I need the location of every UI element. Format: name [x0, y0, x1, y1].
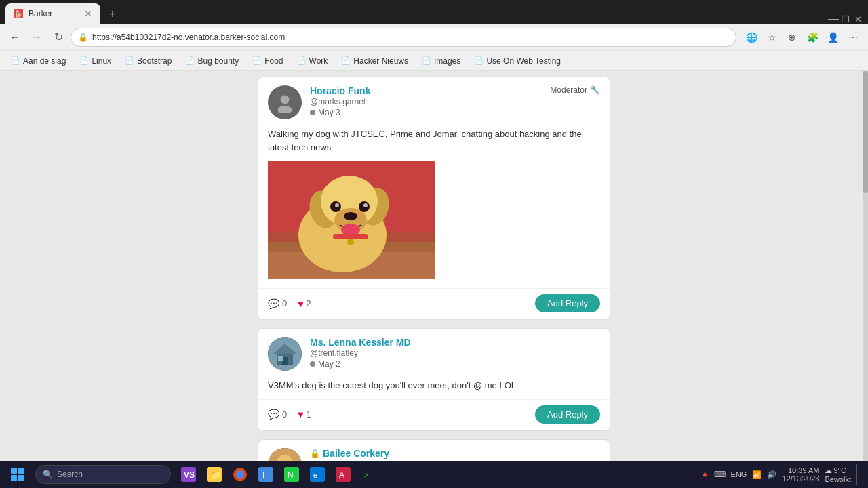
svg-point-32 — [236, 470, 244, 479]
bookmark-icon-4: 📄 — [252, 56, 262, 65]
minimize-button[interactable]: — — [829, 14, 838, 24]
bookmark-bug-bounty[interactable]: 📄 Bug bounty — [180, 54, 244, 68]
taskbar-item-app1[interactable]: T — [254, 462, 278, 487]
bookmark-icon-1: 📄 — [79, 56, 89, 65]
scrollbar-thumb[interactable] — [863, 71, 868, 193]
bookmarks-bar: 📄 Aan de slag 📄 Linux 📄 Bootstrap 📄 Bug … — [0, 51, 868, 71]
collections-button[interactable]: ⊕ — [783, 28, 802, 47]
taskbar: 🔍 Search VS 📁 T N e A >_ 🔺 ⌨ — [0, 461, 868, 488]
refresh-button[interactable]: ↻ — [49, 28, 68, 47]
restore-button[interactable]: ❐ — [841, 14, 850, 24]
svg-point-14 — [335, 203, 339, 207]
like-stat-2: ♥ 1 — [298, 409, 311, 420]
url-display: https://a54b103217d2-no.venator.a.barker… — [92, 33, 729, 42]
extensions-button[interactable]: 🧩 — [803, 28, 822, 47]
bookmark-icon-2: 📄 — [125, 56, 134, 65]
post-footer-1: 💬 0 ♥ 2 Add Reply — [258, 288, 610, 319]
start-button[interactable] — [3, 461, 33, 488]
browser-window: 🐕 Barker ✕ + — ❐ ✕ ← → ↻ 🔒 https://a54b1… — [0, 0, 868, 71]
post-handle-1: @marks.garnet — [310, 97, 550, 106]
post-author-1[interactable]: Horacio Funk — [310, 85, 370, 96]
taskbar-item-app3[interactable]: A — [331, 462, 355, 487]
svg-text:VS: VS — [184, 470, 195, 480]
taskbar-pinned-items: VS 📁 T N e A >_ — [176, 462, 381, 487]
bookmark-linux[interactable]: 📄 Linux — [74, 54, 117, 68]
bookmark-bootstrap[interactable]: 📄 Bootstrap — [119, 54, 177, 68]
avatar-placeholder-1 — [268, 85, 302, 119]
comment-stat-2: 💬 0 — [268, 409, 287, 420]
post-time-1: May 3 — [310, 108, 550, 117]
post-footer-2: 💬 0 ♥ 1 Add Reply — [258, 399, 610, 430]
bookmark-hacker-nieuws[interactable]: 📄 Hacker Nieuws — [336, 54, 414, 68]
avatar-3 — [268, 448, 302, 462]
bookmark-images[interactable]: 📄 Images — [416, 54, 466, 68]
tab-close-button[interactable]: ✕ — [84, 8, 92, 19]
translate-button[interactable]: 🌐 — [742, 28, 761, 47]
svg-rect-22 — [282, 357, 288, 365]
taskbar-item-app2[interactable]: N — [279, 462, 304, 487]
bookmark-icon-0: 📄 — [11, 56, 20, 65]
post-header-1: Horacio Funk @marks.garnet May 3 Moderat… — [258, 77, 610, 125]
post-time-2: May 2 — [310, 359, 600, 369]
like-stat-1: ♥ 2 — [298, 298, 311, 309]
tray-icon-1: 🔺 — [700, 470, 710, 479]
add-reply-button-1[interactable]: Add Reply — [535, 294, 600, 312]
profile-button[interactable]: 👤 — [823, 28, 842, 47]
taskbar-item-terminal[interactable]: >_ — [357, 462, 381, 487]
post-handle-2: @trent.flatley — [310, 348, 600, 358]
post-header-3: 🔒 Bailee Corkery @rene.jones — [258, 440, 610, 462]
weather-area: ☁ 9°C Bewolkt — [825, 466, 851, 483]
active-tab[interactable]: 🐕 Barker ✕ — [5, 3, 100, 24]
taskbar-item-vs[interactable]: VS — [176, 462, 201, 487]
post-author-2[interactable]: Ms. Lenna Kessler MD — [310, 337, 411, 348]
bookmark-aan-de-slag[interactable]: 📄 Aan de slag — [5, 54, 71, 68]
favorites-button[interactable]: ☆ — [762, 28, 781, 47]
bookmark-use-on-web-testing[interactable]: 📄 Use On Web Testing — [469, 54, 566, 68]
svg-point-1 — [278, 106, 292, 113]
comment-icon-2: 💬 — [268, 409, 279, 420]
taskbar-item-explorer[interactable]: 📁 — [202, 462, 226, 487]
moderator-badge-1: Moderator 🔧 — [550, 85, 600, 95]
show-desktop-button[interactable] — [856, 464, 860, 485]
post-card-3: 🔒 Bailee Corkery @rene.jones — [258, 439, 610, 462]
back-button[interactable]: ← — [5, 28, 24, 47]
lock-icon: 🔒 — [78, 33, 88, 42]
scrollbar-track[interactable] — [863, 71, 868, 461]
page-content: Horacio Funk @marks.garnet May 3 Moderat… — [0, 71, 868, 461]
svg-text:📁: 📁 — [210, 469, 222, 481]
feed-content: Horacio Funk @marks.garnet May 3 Moderat… — [258, 77, 610, 461]
taskbar-item-edge[interactable]: e — [305, 462, 330, 487]
add-reply-button-2[interactable]: Add Reply — [535, 405, 600, 424]
bookmark-food[interactable]: 📄 Food — [247, 54, 288, 68]
settings-button[interactable]: ⋯ — [844, 28, 863, 47]
address-bar[interactable]: 🔒 https://a54b103217d2-no.venator.a.bark… — [71, 28, 736, 47]
svg-text:>_: >_ — [364, 471, 373, 479]
bookmark-work[interactable]: 📄 Work — [292, 54, 334, 68]
lock-badge-icon: 🔒 — [310, 449, 320, 458]
nav-actions: 🌐 ☆ ⊕ 🧩 👤 ⋯ — [742, 28, 863, 47]
post-image-1 — [268, 161, 600, 281]
post-meta-1: Horacio Funk @marks.garnet May 3 — [310, 85, 550, 117]
taskbar-date: 12/10/2023 — [782, 474, 819, 483]
new-tab-button[interactable]: + — [103, 5, 122, 24]
taskbar-search-box[interactable]: 🔍 Search — [35, 465, 171, 484]
taskbar-time: 10:39 AM — [782, 466, 819, 474]
time-dot-2 — [310, 361, 315, 367]
nav-bar: ← → ↻ 🔒 https://a54b103217d2-no.venator.… — [0, 24, 868, 51]
taskbar-item-firefox[interactable] — [228, 462, 252, 487]
search-icon: 🔍 — [43, 470, 53, 479]
bookmark-icon-3: 📄 — [185, 56, 195, 65]
system-tray-icons: 🔺 ⌨ — [700, 470, 726, 479]
avatar-1 — [268, 85, 302, 119]
close-button[interactable]: ✕ — [853, 14, 863, 24]
comment-stat-1: 💬 0 — [268, 298, 287, 309]
tab-bar: 🐕 Barker ✕ + — ❐ ✕ — [0, 0, 868, 24]
post-author-3[interactable]: Bailee Corkery — [323, 448, 389, 459]
tab-favicon: 🐕 — [14, 9, 23, 18]
svg-text:A: A — [339, 470, 344, 480]
clock-area: 10:39 AM 12/10/2023 — [782, 466, 819, 483]
tray-icon-2: ⌨ — [714, 470, 726, 479]
volume-icon: 🔊 — [767, 470, 776, 479]
forward-button[interactable]: → — [27, 28, 46, 47]
heart-icon-2: ♥ — [298, 409, 303, 420]
